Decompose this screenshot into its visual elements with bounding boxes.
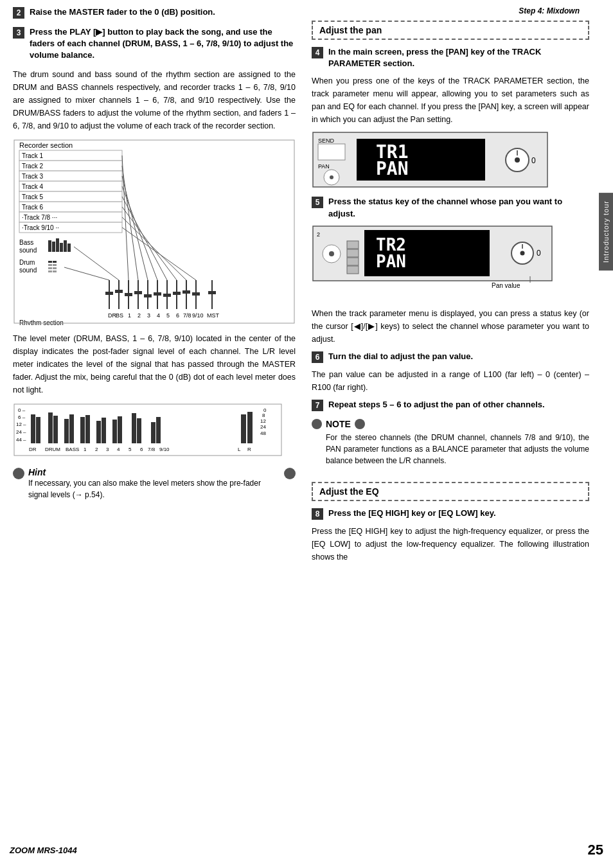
note-text: For the stereo channels (the DRUM channe… (326, 432, 589, 466)
svg-rect-55 (134, 291, 142, 294)
svg-text:7/8: 7/8 (183, 312, 191, 319)
adjust-pan-header: Adjust the pan (312, 21, 589, 40)
svg-text:Track 3: Track 3 (22, 173, 43, 180)
svg-text:sound: sound (19, 247, 37, 254)
svg-text:Track 1: Track 1 (22, 152, 43, 159)
svg-rect-28 (52, 242, 55, 252)
svg-text:BASS: BASS (66, 447, 79, 452)
page-footer: ZOOM MRS-1044 25 (0, 842, 613, 858)
svg-rect-39 (53, 264, 57, 266)
svg-rect-29 (56, 238, 59, 252)
svg-text:48: 48 (260, 430, 266, 436)
step-7-text: Repeat steps 5 – 6 to adjust the pan of … (328, 399, 545, 411)
side-tab-text: Introductory tour (602, 200, 610, 263)
svg-rect-37 (53, 261, 57, 263)
svg-text:BS: BS (116, 312, 123, 319)
svg-text:24 –: 24 – (16, 429, 26, 435)
svg-text:1: 1 (84, 447, 87, 452)
step-3-text: Press the PLAY [▶] button to play back t… (30, 26, 296, 62)
step-5-number: 5 (312, 197, 323, 208)
svg-rect-105 (151, 422, 155, 443)
step-7-box: 7 Repeat steps 5 – 6 to adjust the pan o… (312, 399, 589, 411)
svg-text:8: 8 (262, 412, 265, 418)
svg-text:PAN: PAN (376, 252, 406, 271)
svg-rect-40 (48, 267, 52, 269)
svg-text:0: 0 (531, 156, 536, 165)
body-text-5: When the track parameter menu is display… (312, 307, 589, 346)
svg-rect-103 (132, 413, 136, 443)
svg-rect-95 (64, 419, 69, 443)
svg-text:4: 4 (117, 447, 120, 452)
svg-rect-73 (192, 292, 200, 296)
step-header: Step 4: Mixdown (312, 6, 589, 15)
svg-rect-124 (318, 144, 345, 160)
svg-text:SEND: SEND (318, 137, 335, 144)
svg-rect-91 (31, 414, 35, 443)
svg-rect-94 (53, 416, 58, 443)
svg-rect-61 (154, 292, 161, 296)
svg-point-127 (330, 175, 333, 179)
svg-rect-102 (118, 416, 122, 443)
hint-icon-right (284, 468, 296, 479)
step-2-text: Raise the MASTER fader to the 0 (dB) pos… (30, 6, 215, 18)
body-text-8: Press the [EQ HIGH] key to adjust the hi… (312, 525, 589, 563)
step-8-box: 8 Press the [EQ HIGH] key or [EQ LOW] ke… (312, 508, 589, 520)
footer-page-number: 25 (588, 842, 603, 858)
svg-rect-96 (69, 414, 74, 443)
svg-rect-92 (36, 417, 40, 443)
step-4-box: 4 In the main screen, press the [PAN] ke… (312, 46, 589, 69)
svg-rect-106 (156, 417, 161, 443)
svg-text:PAN: PAN (376, 158, 409, 179)
step-3-number: 3 (13, 27, 24, 39)
body-text-1: The drum sound and bass sound of the rhy… (13, 68, 296, 132)
svg-rect-98 (85, 415, 90, 443)
svg-rect-100 (102, 418, 106, 443)
hint-text: If necessary, you can also make the leve… (28, 477, 280, 500)
svg-rect-138 (347, 241, 359, 249)
svg-rect-70 (182, 290, 190, 294)
main-content: 2 Raise the MASTER fader to the 0 (dB) p… (0, 0, 599, 868)
body-text-4: When you press one of the keys of the TR… (312, 75, 589, 126)
svg-point-137 (329, 251, 334, 256)
tr2-screen-svg: 2 TR2 PAN 0 Pan value (312, 225, 556, 289)
svg-text:DRUM: DRUM (45, 447, 60, 452)
svg-text:6: 6 (140, 447, 143, 452)
hint-content: Hint If necessary, you can also make the… (28, 467, 280, 500)
svg-text:24: 24 (260, 424, 266, 430)
step-4-text: In the main screen, press the [PAN] key … (328, 46, 589, 69)
svg-point-147 (520, 251, 525, 255)
svg-rect-140 (347, 258, 359, 265)
svg-rect-49 (115, 290, 123, 293)
svg-text:Bass: Bass (19, 239, 33, 246)
svg-text:2: 2 (138, 312, 141, 319)
svg-rect-30 (60, 243, 63, 252)
left-column: 2 Raise the MASTER fader to the 0 (dB) p… (6, 6, 305, 862)
svg-text:0: 0 (537, 249, 541, 258)
svg-rect-38 (48, 264, 52, 266)
svg-text:·Track 7/8 ···: ·Track 7/8 ··· (22, 214, 57, 221)
note-box: NOTE For the stereo channels (the DRUM c… (312, 419, 589, 466)
svg-rect-108 (247, 412, 253, 443)
svg-rect-67 (173, 292, 181, 295)
svg-text:PAN: PAN (318, 163, 330, 170)
page-container: Introductory tour 2 Raise the MASTER fad… (0, 0, 613, 868)
hint-icon (13, 468, 24, 479)
svg-rect-46 (105, 292, 113, 295)
step-6-box: 6 Turn the dial to adjust the pan value. (312, 351, 589, 363)
svg-text:2: 2 (317, 231, 320, 238)
svg-rect-31 (64, 240, 67, 252)
svg-rect-141 (347, 266, 359, 274)
svg-text:Track 6: Track 6 (22, 204, 43, 211)
svg-rect-104 (137, 418, 141, 443)
svg-text:5: 5 (166, 312, 170, 319)
level-meter-svg: 0 – 6 – 12 – 24 – 44 – 0 8 12 24 48 (13, 403, 283, 457)
step-5-box: 5 Press the status key of the channel wh… (312, 196, 589, 219)
svg-text:Drum: Drum (19, 259, 35, 266)
step-8-text: Press the [EQ HIGH] key or [EQ LOW] key. (328, 508, 496, 519)
step-2-box: 2 Raise the MASTER fader to the 0 (dB) p… (13, 6, 296, 19)
svg-text:Track 5: Track 5 (22, 193, 43, 200)
svg-text:9/10: 9/10 (159, 447, 170, 452)
svg-rect-101 (112, 420, 117, 443)
svg-rect-93 (48, 412, 53, 443)
svg-text:9/10: 9/10 (192, 312, 204, 319)
